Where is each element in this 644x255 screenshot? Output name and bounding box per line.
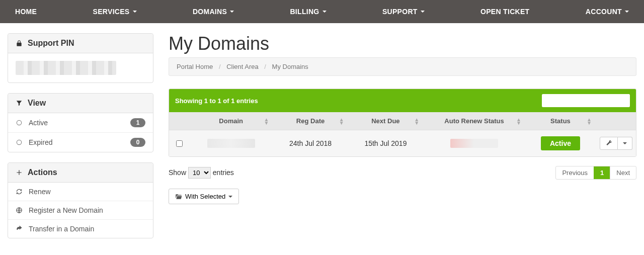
nav-open-ticket-label: OPEN TICKET [480, 8, 529, 16]
sort-icon: ▲▼ [264, 118, 269, 125]
table-info-text: Showing 1 to 1 of 1 entries [175, 97, 258, 105]
nav-account[interactable]: ACCOUNT [586, 8, 629, 16]
with-selected-button[interactable]: With Selected [169, 189, 239, 204]
actions-heading: Actions [8, 163, 153, 183]
refresh-icon [16, 188, 23, 195]
caret-down-icon [623, 142, 627, 144]
circle-icon [16, 139, 23, 146]
nav-support[interactable]: SUPPORT [382, 8, 425, 16]
breadcrumb: Portal Home / Client Area / My Domains [169, 57, 636, 76]
row-actions [600, 137, 632, 150]
support-pin-value-redacted [16, 61, 116, 75]
auto-renew-redacted [450, 139, 498, 148]
row-checkbox[interactable] [176, 140, 183, 147]
filter-icon [16, 100, 23, 107]
show-label-post: entries [213, 168, 234, 177]
plus-icon [16, 169, 23, 176]
manage-button[interactable] [600, 137, 618, 150]
sort-icon: ▲▼ [339, 118, 344, 125]
main-content: My Domains Portal Home / Client Area / M… [169, 33, 636, 248]
table-info-bar: Showing 1 to 1 of 1 entries [169, 89, 636, 112]
actions-panel: Actions Renew Register a New Domain Tran… [8, 162, 153, 238]
view-title: View [28, 99, 46, 108]
svg-point-1 [17, 140, 21, 144]
nav-account-label: ACCOUNT [586, 8, 622, 16]
with-selected-wrap: With Selected [169, 189, 636, 204]
col-reg-date[interactable]: Reg Date ▲▼ [273, 112, 348, 130]
col-domain-label: Domain [219, 117, 243, 125]
table-search-input[interactable] [542, 94, 630, 107]
action-label: Renew [29, 188, 51, 196]
nav-home-label: HOME [15, 8, 37, 16]
view-item-count-badge: 1 [130, 118, 145, 127]
status-badge: Active [541, 136, 580, 150]
nav-services[interactable]: SERVICES [93, 8, 137, 16]
col-reg-date-label: Reg Date [296, 117, 325, 125]
pagination: Previous 1 Next [555, 166, 636, 180]
breadcrumb-sep: / [264, 63, 266, 70]
action-renew[interactable]: Renew [8, 183, 153, 201]
support-pin-title: Support PIN [28, 39, 74, 48]
actions-title: Actions [28, 168, 57, 177]
folder-open-icon [175, 193, 182, 200]
with-selected-label: With Selected [185, 193, 225, 200]
nav-support-label: SUPPORT [382, 8, 418, 16]
action-label: Register a New Domain [29, 206, 103, 214]
sort-icon: ▲▼ [414, 118, 419, 125]
caret-down-icon [133, 11, 137, 13]
domain-name-redacted [207, 139, 255, 148]
wrench-icon [605, 140, 612, 147]
col-auto-renew[interactable]: Auto Renew Status ▲▼ [423, 112, 525, 130]
caret-down-icon [228, 196, 232, 198]
caret-down-icon [323, 11, 327, 13]
circle-icon [16, 119, 23, 126]
nav-open-ticket[interactable]: OPEN TICKET [480, 8, 529, 16]
action-register-domain[interactable]: Register a New Domain [8, 201, 153, 219]
support-pin-panel: Support PIN [8, 33, 153, 83]
entries-select[interactable]: 10 [188, 167, 211, 179]
caret-down-icon [421, 11, 425, 13]
breadcrumb-portal-home[interactable]: Portal Home [177, 63, 213, 70]
support-pin-heading: Support PIN [8, 34, 153, 53]
row-dropdown-button[interactable] [618, 137, 632, 150]
globe-icon [16, 207, 23, 214]
col-next-due-label: Next Due [371, 117, 399, 125]
nav-billing[interactable]: BILLING [290, 8, 326, 16]
pagination-next[interactable]: Next [610, 166, 636, 179]
nav-services-label: SERVICES [93, 8, 130, 16]
caret-down-icon [230, 11, 234, 13]
nav-billing-label: BILLING [290, 8, 319, 16]
sidebar: Support PIN View Active 1 Expired [8, 33, 153, 248]
svg-point-0 [17, 120, 21, 125]
pagination-prev[interactable]: Previous [556, 166, 594, 179]
col-domain[interactable]: Domain ▲▼ [189, 112, 273, 130]
breadcrumb-sep: / [219, 63, 221, 70]
col-status[interactable]: Status ▲▼ [525, 112, 596, 130]
view-item-label: Expired [29, 138, 52, 146]
sort-icon: ▲▼ [516, 118, 521, 125]
action-label: Transfer in a Domain [29, 225, 94, 233]
caret-down-icon [625, 11, 629, 13]
view-item-active[interactable]: Active 1 [8, 113, 153, 132]
nav-home[interactable]: HOME [15, 8, 37, 16]
nav-domains[interactable]: DOMAINS [193, 8, 234, 16]
table-footer: Show 10 entries Previous 1 Next [169, 163, 636, 180]
view-item-expired[interactable]: Expired 0 [8, 132, 153, 152]
show-label-pre: Show [169, 168, 186, 177]
table-row[interactable]: 24th Jul 2018 15th Jul 2019 Active [169, 130, 636, 157]
col-auto-renew-label: Auto Renew Status [444, 117, 504, 125]
col-status-label: Status [550, 117, 571, 125]
cell-next-due: 15th Jul 2019 [348, 130, 423, 157]
lock-icon [16, 40, 23, 47]
top-navbar: HOME SERVICES DOMAINS BILLING SUPPORT OP… [0, 0, 644, 23]
breadcrumb-client-area[interactable]: Client Area [226, 63, 259, 70]
action-transfer-domain[interactable]: Transfer in a Domain [8, 219, 153, 238]
col-next-due[interactable]: Next Due ▲▼ [348, 112, 423, 130]
page-title: My Domains [169, 33, 636, 54]
pagination-page-1[interactable]: 1 [594, 166, 610, 179]
view-heading: View [8, 94, 153, 113]
show-entries: Show 10 entries [169, 167, 234, 179]
share-arrow-icon [16, 225, 23, 232]
breadcrumb-current: My Domains [272, 63, 308, 70]
view-panel: View Active 1 Expired 0 [8, 93, 153, 152]
